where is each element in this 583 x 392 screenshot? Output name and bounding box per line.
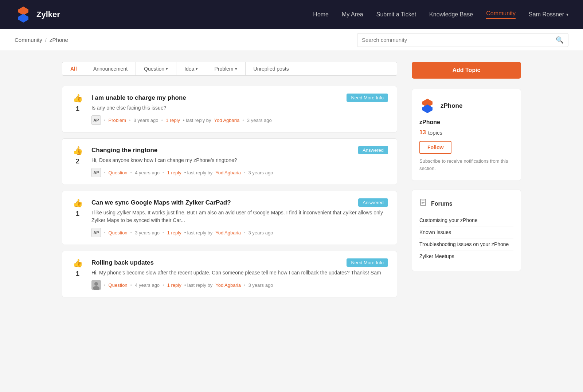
logo[interactable]: Zylker [15,6,60,23]
logo-icon [15,6,32,23]
post-title[interactable]: Changing the ringtone [91,147,157,154]
meta-type: Problem [109,118,126,123]
user-avatar-icon [91,280,101,290]
thumbs-up-icon[interactable]: 👍 [73,258,83,268]
avatar: AP [91,115,101,125]
sidebar: Add Topic zPhone zPhone 13 topics Follow… [412,62,521,303]
post-excerpt: Is any one else facing this issue? [91,104,388,112]
last-reply-label: • last reply by [184,170,213,175]
product-card: zPhone zPhone 13 topics Follow Subscribe… [412,89,521,181]
tab-problem[interactable]: Problem ▾ [206,62,245,75]
nav-submit-ticket[interactable]: Submit a Ticket [376,11,416,18]
post-excerpt: I like using Zylker Maps. It works just … [91,209,388,224]
post-title-row: Rolling back updates Need More Info [91,258,388,267]
filter-tabs: All Announcement Question ▾ Idea ▾ Probl… [62,62,397,76]
topics-number: 13 [419,129,426,136]
meta-age: 4 years ago [135,282,160,288]
meta-type: Question [109,230,128,235]
reply-count: 1 reply [167,230,181,235]
meta-age: 4 years ago [135,170,160,175]
last-reply-author: Yod Agbaria [214,118,240,123]
vote-count: 1 [76,270,79,278]
forum-item-known-issues[interactable]: Known Issues [419,226,513,238]
add-topic-button[interactable]: Add Topic [412,62,521,79]
document-icon [419,199,427,207]
nav-my-area[interactable]: My Area [342,11,363,18]
tab-unreplied-posts[interactable]: Unreplied posts [246,62,297,75]
tab-announcement[interactable]: Announcement [85,62,136,75]
last-reply-label: • last reply by [184,230,213,235]
meta-age: 3 years ago [135,230,160,235]
follow-description: Subscribe to receive notifications from … [419,158,513,172]
meta-age: 3 years ago [134,118,159,123]
post-meta: AP • Question • 3 years ago • 1 reply • … [91,228,388,237]
post-title[interactable]: Rolling back updates [91,259,154,266]
breadcrumb: Community / zPhone [15,37,68,43]
search-bar: 🔍 [357,33,568,47]
avatar: AP [91,228,101,237]
forum-item-troubleshooting[interactable]: Troubleshooting issues on your zPhone [419,238,513,250]
post-card: 👍 1 Rolling back updates Need More Info … [62,251,397,297]
reply-count: 1 reply [167,282,181,288]
forums-header-label: Forums [431,201,453,207]
forum-item-customising[interactable]: Customising your zPhone [419,214,513,226]
nav-home[interactable]: Home [313,11,329,18]
user-menu[interactable]: Sam Rossner [529,11,568,18]
meta-type: Question [109,282,128,288]
product-logo-icon [419,98,435,114]
meta-type: Question [109,170,128,175]
post-card: 👍 2 Changing the ringtone Answered Hi, D… [62,138,397,185]
follow-button[interactable]: Follow [419,141,451,154]
main-wrapper: All Announcement Question ▾ Idea ▾ Probl… [55,62,528,303]
question-chevron: ▾ [166,67,168,71]
avatar [91,280,101,290]
topics-count: 13 topics [419,129,513,136]
product-info: zPhone [419,98,513,114]
post-title-row: I am unable to charge my phone Need More… [91,94,388,102]
post-body: I am unable to charge my phone Need More… [91,94,388,125]
post-title[interactable]: I am unable to charge my phone [91,94,186,102]
reply-count: 1 reply [166,118,180,123]
last-reply-age: 3 years ago [248,170,273,175]
idea-chevron: ▾ [196,67,198,71]
avatar: AP [91,168,101,177]
svg-point-4 [94,282,98,286]
breadcrumb-community[interactable]: Community [15,37,42,43]
post-excerpt: Hi, Does anyone know how I can change my… [91,157,388,164]
forums-header: Forums [419,199,513,209]
post-vote: 👍 1 [71,258,84,278]
nav-knowledge-base[interactable]: Knowledge Base [429,11,473,18]
post-title[interactable]: Can we sync Google Maps with Zylker CarP… [91,199,231,206]
main-header: Zylker Home My Area Submit a Ticket Know… [0,0,583,29]
thumbs-up-icon[interactable]: 👍 [73,198,83,208]
last-reply-age: 3 years ago [247,118,272,123]
nav-community[interactable]: Community [486,10,516,19]
last-reply-label: • last reply by [183,118,211,123]
post-card: 👍 1 Can we sync Google Maps with Zylker … [62,191,397,245]
svg-marker-2 [18,14,28,23]
tab-question[interactable]: Question ▾ [136,62,176,75]
content-area: All Announcement Question ▾ Idea ▾ Probl… [62,62,397,303]
breadcrumb-zphone: zPhone [50,37,68,43]
thumbs-up-icon[interactable]: 👍 [73,146,83,155]
post-body: Can we sync Google Maps with Zylker CarP… [91,198,388,237]
post-vote: 👍 1 [71,198,84,218]
post-meta: AP • Problem • 3 years ago • 1 reply • l… [91,115,388,125]
post-vote: 👍 1 [71,94,84,113]
post-badge: Answered [358,146,388,154]
product-name: zPhone [441,102,462,110]
problem-chevron: ▾ [235,67,237,71]
search-input[interactable] [362,37,556,43]
post-meta: AP • Question • 4 years ago • 1 reply • … [91,168,388,177]
topics-label: topics [428,130,442,136]
thumbs-up-icon[interactable]: 👍 [73,94,83,103]
post-body: Changing the ringtone Answered Hi, Does … [91,146,388,177]
forums-card: Forums Customising your zPhone Known Iss… [412,190,521,271]
post-title-row: Can we sync Google Maps with Zylker CarP… [91,198,388,207]
tab-idea[interactable]: Idea ▾ [176,62,206,75]
tab-all[interactable]: All [62,62,85,75]
forum-item-meetups[interactable]: Zylker Meetups [419,250,513,262]
vote-count: 2 [76,158,79,165]
last-reply-author: Yod Agbaria [215,230,241,235]
search-icon-btn[interactable]: 🔍 [556,36,564,44]
